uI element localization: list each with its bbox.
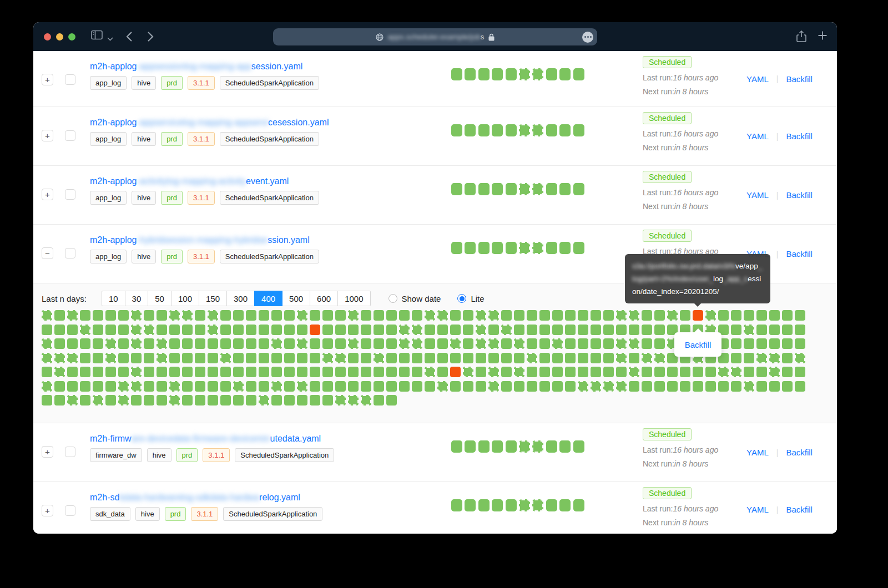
day-cell[interactable]: [157, 367, 167, 377]
day-cell[interactable]: [616, 367, 627, 377]
day-cell[interactable]: [578, 367, 588, 377]
day-cell[interactable]: [67, 367, 78, 377]
days-option-100[interactable]: 100: [171, 291, 199, 306]
job-title-link[interactable]: m2h-firmware-devicedata-firmware-devicem…: [90, 434, 321, 444]
day-cell[interactable]: [335, 367, 346, 377]
backfill-link[interactable]: Backfill: [786, 74, 813, 84]
day-cell[interactable]: [559, 124, 571, 136]
day-cell[interactable]: [322, 395, 333, 405]
day-cell[interactable]: [769, 338, 780, 349]
day-cell[interactable]: [437, 310, 448, 321]
day-cell[interactable]: [271, 367, 282, 377]
day-cell[interactable]: [616, 310, 627, 321]
day-cell[interactable]: [437, 381, 448, 392]
day-cell[interactable]: [501, 367, 512, 377]
failed-day-cell[interactable]: [450, 367, 461, 377]
days-option-1000[interactable]: 1000: [337, 291, 370, 306]
yaml-link[interactable]: YAML: [746, 74, 769, 84]
backfill-link[interactable]: Backfill: [786, 190, 813, 200]
day-cell[interactable]: [782, 381, 793, 392]
day-cell[interactable]: [131, 310, 142, 321]
day-cell[interactable]: [492, 499, 503, 511]
day-cell[interactable]: [322, 353, 333, 363]
day-cell[interactable]: [271, 325, 282, 335]
day-cell[interactable]: [642, 353, 652, 363]
day-cell[interactable]: [284, 381, 295, 392]
day-cell[interactable]: [157, 310, 167, 321]
day-cell[interactable]: [67, 338, 78, 349]
day-cell[interactable]: [118, 325, 129, 335]
day-cell[interactable]: [476, 325, 486, 335]
days-option-300[interactable]: 300: [226, 291, 255, 306]
backfill-link[interactable]: Backfill: [786, 249, 813, 258]
day-cell[interactable]: [501, 353, 512, 363]
day-cell[interactable]: [539, 353, 550, 363]
day-cell[interactable]: [565, 310, 576, 321]
day-cell[interactable]: [335, 325, 346, 335]
day-cell[interactable]: [297, 395, 307, 405]
day-cell[interactable]: [603, 338, 614, 349]
day-cell[interactable]: [386, 381, 397, 392]
day-cell[interactable]: [80, 381, 90, 392]
yaml-link[interactable]: YAML: [746, 190, 769, 200]
day-cell[interactable]: [93, 395, 103, 405]
radio-show-date[interactable]: Show date: [389, 294, 441, 303]
day-cell[interactable]: [220, 338, 231, 349]
day-cell[interactable]: [105, 353, 116, 363]
day-cell[interactable]: [591, 353, 601, 363]
day-cell[interactable]: [731, 325, 741, 335]
share-icon[interactable]: [796, 31, 806, 45]
expand-button[interactable]: +: [42, 446, 53, 458]
day-cell[interactable]: [322, 381, 333, 392]
day-cell[interactable]: [492, 440, 503, 453]
day-cell[interactable]: [629, 353, 639, 363]
expand-button[interactable]: +: [42, 74, 53, 85]
day-cell[interactable]: [756, 310, 767, 321]
day-cell[interactable]: [578, 338, 588, 349]
day-cell[interactable]: [182, 325, 193, 335]
day-cell[interactable]: [412, 367, 422, 377]
day-cell[interactable]: [310, 367, 320, 377]
day-cell[interactable]: [559, 242, 571, 254]
backfill-link[interactable]: Backfill: [786, 505, 813, 514]
day-cell[interactable]: [284, 310, 295, 321]
day-cell[interactable]: [246, 367, 256, 377]
day-cell[interactable]: [744, 367, 754, 377]
day-cell[interactable]: [271, 381, 282, 392]
day-cell[interactable]: [552, 367, 563, 377]
day-cell[interactable]: [208, 338, 218, 349]
day-cell[interactable]: [335, 381, 346, 392]
new-tab-icon[interactable]: [818, 31, 828, 43]
day-cell[interactable]: [488, 310, 499, 321]
day-cell[interactable]: [399, 338, 410, 349]
day-cell[interactable]: [42, 367, 52, 377]
day-cell[interactable]: [782, 325, 793, 335]
days-option-30[interactable]: 30: [125, 291, 149, 306]
backfill-link[interactable]: Backfill: [786, 448, 813, 457]
day-cell[interactable]: [182, 310, 193, 321]
day-cell[interactable]: [546, 242, 557, 254]
day-cell[interactable]: [233, 310, 244, 321]
day-cell[interactable]: [705, 381, 716, 392]
sidebar-toggle-icon[interactable]: [91, 30, 103, 42]
day-cell[interactable]: [208, 353, 218, 363]
day-cell[interactable]: [348, 367, 359, 377]
day-cell[interactable]: [118, 395, 129, 405]
day-cell[interactable]: [105, 338, 116, 349]
day-cell[interactable]: [361, 353, 371, 363]
day-cell[interactable]: [348, 310, 359, 321]
day-cell[interactable]: [514, 310, 524, 321]
day-cell[interactable]: [552, 325, 563, 335]
job-title-link[interactable]: m2h-applog-appsessionlog-mapping-appsess…: [90, 62, 302, 72]
day-cell[interactable]: [374, 310, 384, 321]
day-cell[interactable]: [591, 367, 601, 377]
day-cell[interactable]: [297, 310, 307, 321]
day-cell[interactable]: [144, 381, 154, 392]
day-cell[interactable]: [233, 338, 244, 349]
day-cell[interactable]: [67, 310, 78, 321]
day-cell[interactable]: [399, 381, 410, 392]
day-cell[interactable]: [144, 353, 154, 363]
day-cell[interactable]: [769, 353, 780, 363]
day-cell[interactable]: [322, 338, 333, 349]
day-cell[interactable]: [233, 381, 244, 392]
